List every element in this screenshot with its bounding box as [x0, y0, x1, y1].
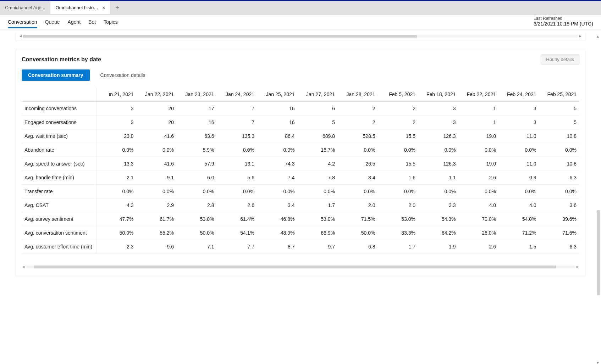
table-column-header[interactable]: Jan 28, 2021	[338, 87, 378, 102]
window-tab-bar: Omnichannel Age... Omnichannel historica…	[0, 1, 601, 15]
metric-value: 0.0%	[217, 185, 258, 198]
metric-value: 0.0%	[418, 143, 459, 157]
add-tab-button[interactable]: +	[110, 1, 124, 15]
scroll-left-icon[interactable]: ◄	[19, 34, 22, 38]
tab-label: Omnichannel Age...	[5, 5, 45, 10]
table-column-header[interactable]: Feb 18, 2021	[418, 87, 459, 102]
table-row: Avg. CSAT4.32.92.82.63.41.72.02.03.34.04…	[22, 198, 579, 212]
metric-value: 2.6	[459, 171, 499, 185]
metric-value: 20	[137, 116, 177, 129]
metric-value: 11.0	[499, 129, 539, 143]
table-column-header[interactable]: Jan 27, 2021	[298, 87, 338, 102]
table-row: Avg. survey sentiment47.7%61.7%53.8%61.4…	[22, 212, 579, 226]
table-column-header[interactable]: Feb 22, 2021	[459, 87, 499, 102]
table-column-header[interactable]: Jan 25, 2021	[257, 87, 298, 102]
metric-value: 0.9	[499, 171, 539, 185]
nav-bot[interactable]: Bot	[88, 16, 96, 28]
metrics-card: Conversation metrics by date Hourly deta…	[16, 49, 585, 276]
metric-value: 3.3	[418, 198, 459, 212]
table-column-header[interactable]: Jan 22, 2021	[137, 87, 177, 102]
pill-conversation-summary[interactable]: Conversation summary	[22, 69, 90, 81]
table-row: Abandon rate0.0%0.0%5.9%0.0%0.0%16.7%0.0…	[22, 143, 579, 157]
metric-value: 0.0%	[96, 185, 137, 198]
metric-label: Avg. survey sentiment	[22, 212, 96, 226]
nav-queue[interactable]: Queue	[45, 16, 60, 28]
table-row: Avg. handle time (min)2.19.16.05.67.47.8…	[22, 171, 579, 185]
metric-value: 6	[298, 102, 338, 116]
tab-omnichannel-historical[interactable]: Omnichannel historical an... ×	[50, 1, 110, 14]
metric-value: 3	[499, 102, 539, 116]
view-pill-row: Conversation summary Conversation detail…	[16, 69, 585, 84]
metric-label: Abandon rate	[22, 143, 96, 157]
metric-value: 6.3	[539, 171, 580, 185]
table-horizontal-scrollbar[interactable]: ◄ ►	[22, 264, 579, 269]
vertical-scroll-thumb[interactable]	[597, 210, 600, 295]
metric-value: 3	[96, 102, 137, 116]
horizontal-scrollbar[interactable]: ◄ ►	[19, 34, 582, 39]
metric-label: Avg. customer effort time (min)	[22, 240, 96, 254]
scroll-thumb[interactable]	[34, 265, 556, 268]
metric-value: 13.1	[217, 157, 258, 171]
metric-value: 3	[96, 116, 137, 129]
metric-value: 9.6	[137, 240, 177, 254]
scroll-track[interactable]	[26, 265, 575, 268]
metric-value: 10.8	[539, 129, 580, 143]
metric-label: Avg. handle time (min)	[22, 171, 96, 185]
last-refreshed-value: 3/21/2021 10:18 PM (UTC)	[534, 21, 593, 27]
metric-value: 2	[378, 116, 419, 129]
table-column-header[interactable]: Feb 24, 2021	[499, 87, 539, 102]
metric-value: 7	[217, 102, 258, 116]
table-column-header[interactable]: Feb 5, 2021	[378, 87, 419, 102]
scroll-right-icon[interactable]: ►	[576, 265, 579, 269]
metric-value: 46.8%	[257, 212, 298, 226]
metric-value: 3	[418, 116, 459, 129]
metric-value: 2	[378, 102, 419, 116]
table-column-header[interactable]: Jan 24, 2021	[217, 87, 258, 102]
metric-value: 71.6%	[539, 226, 580, 240]
scroll-left-icon[interactable]: ◄	[22, 265, 25, 269]
metric-value: 3	[418, 102, 459, 116]
table-corner	[22, 87, 96, 102]
nav-topics[interactable]: Topics	[104, 16, 118, 28]
metric-value: 61.7%	[137, 212, 177, 226]
metric-value: 55.2%	[137, 226, 177, 240]
table-column-header[interactable]: Feb 25, 2021	[539, 87, 580, 102]
scroll-down-icon[interactable]: ▼	[596, 361, 600, 364]
metric-value: 16	[257, 116, 298, 129]
metric-value: 50.0%	[96, 226, 137, 240]
metric-value: 26.5	[338, 157, 378, 171]
nav-agent[interactable]: Agent	[68, 16, 81, 28]
close-icon[interactable]: ×	[102, 5, 105, 10]
table-column-header[interactable]: ın 21, 2021	[96, 87, 137, 102]
metric-value: 2.0	[378, 198, 419, 212]
scroll-track[interactable]	[23, 35, 578, 38]
nav-conversation[interactable]: Conversation	[8, 16, 37, 28]
metric-value: 7	[217, 116, 258, 129]
scroll-thumb[interactable]	[23, 35, 417, 38]
report-nav-bar: Conversation Queue Agent Bot Topics Last…	[0, 15, 601, 29]
metric-value: 74.3	[257, 157, 298, 171]
metric-value: 0.0%	[217, 143, 258, 157]
metric-value: 13.3	[96, 157, 137, 171]
scroll-right-icon[interactable]: ►	[579, 34, 582, 38]
metrics-table-wrap: ın 21, 2021Jan 22, 2021Jan 23, 2021Jan 2…	[22, 87, 579, 254]
metric-value: 54.0%	[499, 212, 539, 226]
metric-value: 50.0%	[338, 226, 378, 240]
tab-omnichannel-agent[interactable]: Omnichannel Age...	[0, 1, 50, 14]
table-column-header[interactable]: Jan 23, 2021	[177, 87, 217, 102]
metric-value: 0.0%	[499, 143, 539, 157]
hourly-details-button[interactable]: Hourly details	[541, 54, 579, 65]
metric-value: 2.8	[177, 198, 217, 212]
metric-value: 23.0	[96, 129, 137, 143]
metric-value: 6.3	[539, 240, 580, 254]
metric-value: 0.0%	[338, 143, 378, 157]
metric-value: 66.9%	[298, 226, 338, 240]
scroll-up-icon[interactable]: ▲	[596, 34, 600, 38]
pill-conversation-details[interactable]: Conversation details	[94, 69, 152, 81]
metric-value: 5.9%	[177, 143, 217, 157]
metric-value: 53.0%	[378, 212, 419, 226]
metric-value: 9.7	[298, 240, 338, 254]
metric-value: 9.1	[137, 171, 177, 185]
metric-value: 20	[137, 102, 177, 116]
metric-value: 1.1	[418, 171, 459, 185]
